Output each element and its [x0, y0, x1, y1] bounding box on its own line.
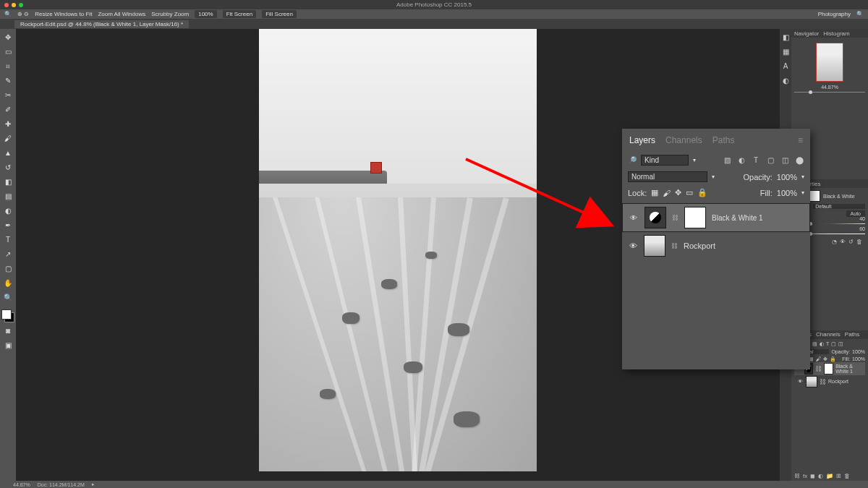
link-layers-icon[interactable]: ⛓: [794, 473, 800, 479]
screenmode-icon[interactable]: ▣: [2, 340, 14, 351]
side-opacity-field[interactable]: 100%: [852, 349, 865, 354]
filter-adjust-icon[interactable]: ◐: [736, 156, 746, 164]
side-layer-rockport[interactable]: 👁 ⛓ Rockport: [794, 375, 865, 388]
panel-menu-icon[interactable]: ≡: [798, 135, 803, 145]
shape-tool-icon[interactable]: ▢: [2, 263, 14, 275]
stamp-tool-icon[interactable]: ▲: [2, 147, 14, 159]
brush-tool-icon[interactable]: 🖌: [2, 133, 14, 145]
eyedropper-tool-icon[interactable]: ✐: [2, 104, 14, 116]
layer-mask-thumb[interactable]: [684, 207, 706, 228]
resize-windows-check[interactable]: Resize Windows to Fit: [35, 11, 92, 17]
zoom-tool-icon[interactable]: 🔍: [2, 292, 14, 304]
eraser-tool-icon[interactable]: ◧: [2, 176, 14, 188]
link-icon[interactable]: ⛓: [671, 242, 678, 249]
add-mask-icon[interactable]: ◼: [810, 473, 815, 479]
adjustments-icon[interactable]: ◐: [783, 77, 789, 87]
side-channels-tab[interactable]: Channels: [816, 331, 841, 338]
lock-all-icon[interactable]: 🔒: [697, 188, 707, 197]
status-arrow-icon[interactable]: ▸: [92, 481, 95, 487]
blend-mode-select[interactable]: Normal: [628, 171, 707, 182]
filter-image-icon[interactable]: ▧: [812, 341, 817, 347]
workspace-switcher[interactable]: Photography: [818, 11, 851, 17]
swatches-icon[interactable]: ▦: [783, 48, 789, 58]
filter-shape-icon[interactable]: ▢: [765, 156, 775, 164]
visibility-icon[interactable]: 👁: [796, 379, 804, 384]
image-thumb[interactable]: [644, 235, 665, 257]
navigator-tab[interactable]: Navigator: [794, 30, 819, 37]
quickmask-icon[interactable]: ◙: [2, 325, 14, 337]
status-doc-size[interactable]: Doc: 114.2M/114.2M: [38, 482, 85, 487]
filter-smart-icon[interactable]: ◫: [838, 341, 843, 347]
zoom-tool-icon[interactable]: 🔍: [4, 11, 12, 17]
new-adjustment-icon[interactable]: ◐: [818, 473, 823, 479]
fg-bg-colors[interactable]: [1, 309, 14, 322]
status-zoom[interactable]: 44.87%: [13, 482, 30, 487]
side-layer-name[interactable]: Rockport: [828, 379, 848, 384]
link-icon[interactable]: ⛓: [820, 378, 826, 385]
maximize-window-button[interactable]: [19, 3, 23, 7]
link-icon[interactable]: ⛓: [672, 214, 678, 221]
side-layer-name[interactable]: Black & White 1: [835, 364, 863, 374]
reset-icon[interactable]: ↺: [848, 239, 854, 245]
close-window-button[interactable]: [4, 3, 9, 7]
lock-position-icon[interactable]: ✥: [675, 188, 681, 197]
marquee-tool-icon[interactable]: ▭: [2, 46, 14, 58]
clip-icon[interactable]: ◔: [832, 239, 837, 245]
type-styles-icon[interactable]: A: [783, 62, 788, 72]
pen-tool-icon[interactable]: ✒: [2, 220, 14, 231]
visibility-toggle[interactable]: 👁: [628, 241, 638, 250]
trash-icon[interactable]: 🗑: [856, 239, 862, 245]
quick-select-tool-icon[interactable]: ✎: [2, 75, 14, 87]
move-tool-icon[interactable]: ✥: [2, 32, 14, 43]
opacity-field[interactable]: 100%: [777, 173, 797, 181]
navigator-thumbnail[interactable]: [816, 43, 843, 82]
side-paths-tab[interactable]: Paths: [845, 331, 859, 338]
image-thumb[interactable]: [806, 376, 817, 388]
history-brush-tool-icon[interactable]: ↺: [2, 162, 14, 174]
zoom-mode-icon[interactable]: ⊕ ⊖: [17, 11, 29, 17]
filter-shape-icon[interactable]: ▢: [831, 341, 836, 347]
fx-icon[interactable]: fx: [803, 473, 807, 479]
lock-paint-icon[interactable]: 🖌: [663, 189, 671, 197]
preset-select[interactable]: Default: [813, 204, 865, 209]
fill-screen-button[interactable]: Fill Screen: [262, 10, 297, 18]
filter-type-icon[interactable]: T: [826, 341, 829, 346]
filter-image-icon[interactable]: ▧: [722, 156, 732, 164]
visibility-toggle[interactable]: 👁: [629, 214, 639, 222]
gradient-tool-icon[interactable]: ▤: [2, 191, 14, 202]
healing-tool-icon[interactable]: ✚: [2, 119, 14, 130]
layer-mask-thumb[interactable]: [824, 363, 833, 374]
navigator-panel-header[interactable]: Navigator Histogram: [791, 29, 868, 38]
document-canvas[interactable]: [259, 29, 537, 471]
scrubby-zoom-check[interactable]: Scrubby Zoom: [151, 11, 189, 17]
filter-toggle[interactable]: ⬤: [794, 156, 804, 164]
type-tool-icon[interactable]: T: [2, 234, 14, 246]
search-icon[interactable]: 🔍: [856, 11, 864, 17]
adjustment-thumb[interactable]: [644, 207, 666, 228]
navigator-zoom-slider[interactable]: [794, 92, 865, 93]
channels-tab[interactable]: Channels: [665, 135, 702, 145]
filter-type-select[interactable]: Kind: [641, 155, 689, 166]
view-prev-icon[interactable]: 👁: [840, 239, 846, 245]
path-tool-icon[interactable]: ↗: [2, 249, 14, 260]
histogram-tab[interactable]: Histogram: [823, 30, 849, 37]
fill-field[interactable]: 100%: [777, 189, 797, 197]
layers-tab[interactable]: Layers: [629, 135, 655, 145]
minimize-window-button[interactable]: [12, 3, 16, 7]
new-group-icon[interactable]: 📁: [826, 473, 833, 479]
new-layer-icon[interactable]: ⊞: [836, 473, 841, 479]
layer-rockport[interactable]: 👁 ⛓ Rockport: [622, 232, 810, 260]
side-fill-field[interactable]: 100%: [852, 356, 865, 362]
filter-type-icon[interactable]: T: [751, 156, 761, 164]
layer-black-white-1[interactable]: 👁 ⛓ Black & White 1: [622, 203, 810, 232]
lasso-tool-icon[interactable]: ⌗: [2, 61, 14, 72]
paths-tab[interactable]: Paths: [712, 135, 735, 145]
document-tab[interactable]: Rockport-Edit.psd @ 44.8% (Black & White…: [14, 20, 189, 28]
color-icon[interactable]: ◧: [783, 33, 789, 43]
lock-position-icon[interactable]: ✥: [823, 356, 827, 362]
layer-name[interactable]: Rockport: [684, 241, 715, 250]
link-icon[interactable]: ⛓: [815, 365, 822, 372]
zoom-all-windows-check[interactable]: Zoom All Windows: [98, 11, 145, 17]
filter-smart-icon[interactable]: ◫: [780, 156, 790, 164]
lock-all-icon[interactable]: 🔒: [830, 356, 836, 362]
